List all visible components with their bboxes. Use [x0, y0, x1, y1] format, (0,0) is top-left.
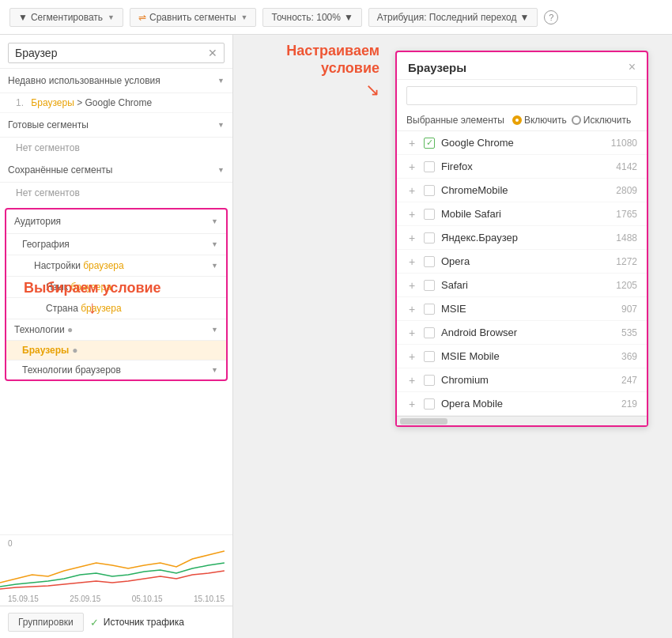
- browser-item-opera[interactable]: + Opera 1272: [397, 250, 647, 274]
- configure-annotation-text: Настраиваемусловие: [286, 43, 379, 77]
- firefox-expand-btn[interactable]: +: [406, 161, 417, 172]
- firefox-checkbox[interactable]: [424, 161, 435, 172]
- yandex-expand-btn[interactable]: +: [406, 232, 417, 243]
- msie-checkbox[interactable]: [424, 304, 435, 315]
- tech-browsers-sub[interactable]: Технологии браузеров ▼: [6, 360, 226, 379]
- chromemobile-expand-btn[interactable]: +: [406, 185, 417, 196]
- configure-annotation-arrow-icon: ↘: [286, 80, 379, 100]
- segment-caret: ▼: [108, 13, 115, 21]
- msiemobile-expand-btn[interactable]: +: [406, 351, 417, 362]
- browser-item-operamobile[interactable]: + Opera Mobile 219: [397, 392, 647, 416]
- chrome-count: 11080: [611, 138, 637, 149]
- browsers-filter-row: Выбранные элементы Включить Исключить: [397, 111, 647, 131]
- safari-count: 1205: [616, 280, 637, 291]
- tech-section-header[interactable]: Технологии ● ▼: [6, 319, 226, 340]
- browser-lang-label: Язык браузера: [46, 281, 111, 293]
- audience-label: Аудитория: [14, 216, 61, 227]
- chrome-expand-btn[interactable]: +: [406, 138, 417, 149]
- android-checkbox[interactable]: [424, 327, 435, 338]
- browsers-label: Браузеры: [22, 345, 69, 356]
- firefox-count: 4142: [616, 161, 637, 172]
- operamobile-checkbox[interactable]: [424, 398, 435, 410]
- browsers-panel-title: Браузеры: [408, 61, 466, 74]
- include-radio-dot: [512, 115, 522, 125]
- saved-section-header[interactable]: Сохранённые сегменты ▼: [0, 158, 232, 183]
- segment-button[interactable]: ▼ Сегментировать ▼: [9, 8, 123, 27]
- chromium-expand-btn[interactable]: +: [406, 375, 417, 386]
- opera-name: Opera: [441, 255, 610, 267]
- traffic-source-label: Источник трафика: [104, 617, 184, 628]
- accuracy-control[interactable]: Точность: 100% ▼: [262, 8, 361, 27]
- accuracy-caret: ▼: [344, 12, 353, 23]
- browser-item-yandex[interactable]: + Яндекс.Браузер 1488: [397, 226, 647, 250]
- msie-expand-btn[interactable]: +: [406, 304, 417, 315]
- main-area: ✕ ← Удобный Поиск Недавно использованные…: [0, 35, 672, 638]
- android-expand-btn[interactable]: +: [406, 327, 417, 338]
- chromium-name: Chromium: [441, 374, 615, 386]
- chart-label-2: 25.09.15: [70, 595, 100, 603]
- browser-item-chromium[interactable]: + Chromium 247: [397, 368, 647, 392]
- exclude-radio[interactable]: Исключить: [572, 115, 631, 126]
- search-input[interactable]: [15, 47, 203, 59]
- browser-settings-label: Настройки браузера: [34, 260, 124, 271]
- help-button[interactable]: ?: [544, 10, 558, 25]
- accuracy-label: Точность: 100%: [271, 12, 340, 23]
- operamobile-expand-btn[interactable]: +: [406, 398, 417, 410]
- recent-section-header[interactable]: Недавно использованные условия ▼: [0, 69, 232, 93]
- opera-expand-btn[interactable]: +: [406, 256, 417, 267]
- audience-caret: ▼: [211, 217, 218, 225]
- yandex-count: 1488: [616, 232, 637, 243]
- opera-checkbox[interactable]: [424, 256, 435, 267]
- browsers-list: + ✓ Google Chrome 11080 + Firefox 4142 +…: [397, 131, 647, 416]
- chrome-checkbox[interactable]: ✓: [424, 138, 435, 149]
- browser-item-safari[interactable]: + Safari 1205: [397, 274, 647, 297]
- geography-label: География: [22, 239, 70, 250]
- recent-item-1[interactable]: 1. Браузеры > Google Chrome: [0, 93, 232, 113]
- browser-item-mobilesafari[interactable]: + Mobile Safari 1765: [397, 202, 647, 226]
- browser-country-item[interactable]: Страна браузера: [6, 297, 226, 319]
- android-name: Android Browser: [441, 327, 615, 338]
- ready-section-caret: ▼: [217, 121, 225, 129]
- opera-count: 1272: [616, 256, 637, 267]
- safari-expand-btn[interactable]: +: [406, 280, 417, 291]
- top-toolbar: ▼ Сегментировать ▼ ⇌ Сравнить сегменты ▼…: [0, 0, 672, 35]
- mobilesafari-expand-btn[interactable]: +: [406, 209, 417, 220]
- browser-item-firefox[interactable]: + Firefox 4142: [397, 155, 647, 179]
- browser-item-chrome[interactable]: + ✓ Google Chrome 11080: [397, 131, 647, 155]
- radio-group: Включить Исключить: [512, 115, 631, 126]
- browser-item-msie[interactable]: + MSIE 907: [397, 297, 647, 321]
- safari-checkbox[interactable]: [424, 280, 435, 291]
- msiemobile-checkbox[interactable]: [424, 351, 435, 362]
- browser-item-chromemobile[interactable]: + ChromeMobile 2809: [397, 179, 647, 202]
- browsers-item[interactable]: Браузеры ●: [6, 340, 226, 360]
- audience-section: Аудитория ▼ География ▼ Настройки браузе…: [5, 208, 228, 381]
- browser-country-label: Страна браузера: [46, 303, 122, 314]
- browser-settings-item[interactable]: Настройки браузера ▼: [6, 255, 226, 276]
- tech-caret: ▼: [211, 326, 218, 334]
- search-clear-button[interactable]: ✕: [208, 47, 217, 59]
- chromemobile-count: 2809: [616, 185, 637, 196]
- browsers-panel: Браузеры × Выбранные элементы Включить И…: [395, 51, 648, 427]
- audience-section-header[interactable]: Аудитория ▼: [6, 210, 226, 233]
- chart-label-1: 15.09.15: [8, 595, 39, 603]
- ready-section-header[interactable]: Готовые сегменты ▼: [0, 113, 232, 138]
- browsers-panel-close-button[interactable]: ×: [629, 60, 636, 74]
- chromium-count: 247: [621, 375, 637, 386]
- yandex-checkbox[interactable]: [424, 232, 435, 243]
- browser-lang-item[interactable]: Язык браузера: [6, 276, 226, 297]
- chromium-checkbox[interactable]: [424, 375, 435, 386]
- compare-button[interactable]: ⇌ Сравнить сегменты ▼: [130, 8, 256, 27]
- browser-item-android[interactable]: + Android Browser 535: [397, 321, 647, 345]
- geography-item[interactable]: География ▼: [6, 233, 226, 255]
- recent-item-highlight: Браузеры: [31, 97, 74, 108]
- attribution-control[interactable]: Атрибуция: Последний переход ▼: [368, 8, 538, 27]
- mobilesafari-checkbox[interactable]: [424, 209, 435, 220]
- chrome-name: Google Chrome: [441, 137, 605, 149]
- include-radio[interactable]: Включить: [512, 115, 567, 126]
- browsers-search-input[interactable]: [406, 86, 637, 105]
- browser-item-msiemobile[interactable]: + MSIE Mobile 369: [397, 345, 647, 368]
- saved-section-caret: ▼: [217, 166, 225, 174]
- chromemobile-checkbox[interactable]: [424, 185, 435, 196]
- browsers-scrollbar-thumb: [400, 418, 447, 425]
- groupby-button[interactable]: Группировки: [8, 613, 84, 632]
